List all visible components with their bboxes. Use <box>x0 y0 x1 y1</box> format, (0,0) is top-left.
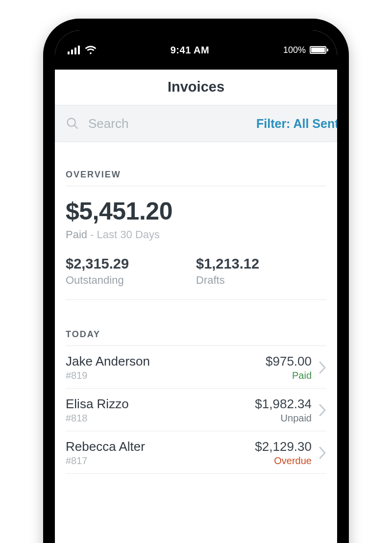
search-icon <box>66 117 79 130</box>
overview-header: OVERVIEW <box>66 156 326 186</box>
chevron-right-icon <box>318 403 326 417</box>
status-time: 9:41 AM <box>171 45 209 56</box>
today-header: TODAY <box>66 316 326 346</box>
battery-percent: 100% <box>283 45 306 55</box>
page-title: Invoices <box>168 79 224 95</box>
outstanding-block: $2,315.29 Outstanding <box>66 256 196 287</box>
today-list: Jake Anderson#819$975.00PaidElisa Rizzo#… <box>66 346 326 474</box>
outstanding-label: Outstanding <box>66 274 196 287</box>
wifi-icon <box>85 46 97 54</box>
navbar: Invoices <box>55 70 337 105</box>
paid-label-strong: Paid <box>66 228 87 241</box>
outstanding-amount: $2,315.29 <box>66 256 196 272</box>
invoice-status: Paid <box>266 370 312 381</box>
battery-icon <box>310 46 326 54</box>
invoice-status: Unpaid <box>255 413 312 424</box>
overview-summary: $5,451.20 Paid - Last 30 Days $2,315.29 … <box>66 186 326 300</box>
search-input[interactable] <box>88 116 247 131</box>
phone-screen: 9:41 AM 100% Invoices Filt <box>55 30 337 543</box>
invoice-row[interactable]: Jake Anderson#819$975.00Paid <box>66 346 326 389</box>
svg-line-1 <box>74 125 78 129</box>
invoice-row[interactable]: Rebecca Alter#817$2,129.30Overdue <box>66 431 326 474</box>
invoice-amount: $2,129.30 <box>255 439 312 454</box>
invoice-status: Overdue <box>255 455 312 467</box>
invoice-id: #818 <box>66 413 255 424</box>
phone-frame: 9:41 AM 100% Invoices Filt <box>43 19 349 543</box>
chevron-right-icon <box>318 361 326 374</box>
paid-label-rest: - Last 30 Days <box>87 228 160 241</box>
invoice-name: Jake Anderson <box>66 354 266 369</box>
invoice-amount: $1,982.34 <box>255 396 312 412</box>
paid-sublabel: Paid - Last 30 Days <box>66 228 326 241</box>
search-bar: Filter: All Sent <box>55 105 337 142</box>
status-bar: 9:41 AM 100% <box>55 30 337 70</box>
invoice-id: #819 <box>66 370 266 381</box>
filter-button[interactable]: Filter: All Sent <box>256 117 337 131</box>
invoice-name: Elisa Rizzo <box>66 396 255 412</box>
cell-signal-icon <box>68 46 80 54</box>
drafts-amount: $1,213.12 <box>196 256 326 272</box>
invoice-row[interactable]: Elisa Rizzo#818$1,982.34Unpaid <box>66 389 326 431</box>
paid-amount: $5,451.20 <box>66 197 326 225</box>
drafts-label: Drafts <box>196 274 326 287</box>
invoice-amount: $975.00 <box>266 354 312 369</box>
svg-point-0 <box>68 119 75 126</box>
chevron-right-icon <box>318 446 326 460</box>
invoice-name: Rebecca Alter <box>66 439 255 454</box>
invoice-id: #817 <box>66 455 255 467</box>
drafts-block: $1,213.12 Drafts <box>196 256 326 287</box>
